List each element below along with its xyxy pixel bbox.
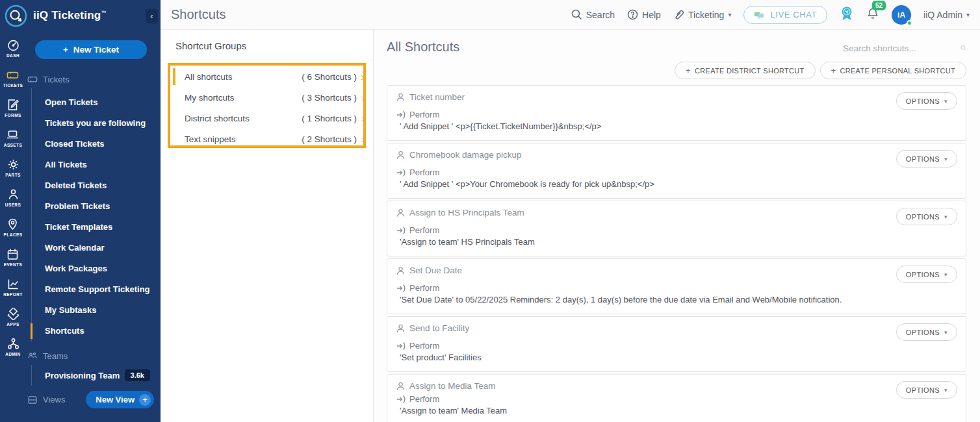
- shortcut-card-assign-hs-principals: Assign to HS Principals Team OPTIONS▾ Pe…: [387, 201, 966, 256]
- views-icon: [27, 395, 38, 405]
- chevron-down-icon: ▾: [966, 11, 970, 18]
- menu-item-remote-support-ticketing[interactable]: Remote Support Ticketing: [32, 279, 161, 300]
- ticket-small-icon: [27, 74, 38, 84]
- live-chat-button[interactable]: LIVE CHAT: [743, 6, 827, 24]
- perform-arrow-icon: [396, 341, 406, 351]
- group-row-district-shortcuts[interactable]: District shortcuts ( 1 Shortcuts ) ›: [161, 108, 373, 129]
- options-button[interactable]: OPTIONS▾: [896, 208, 957, 225]
- sidebar-item-provisioning-team[interactable]: Provisioning Team 3.6k: [31, 365, 161, 386]
- person-icon: [396, 382, 405, 391]
- rail-item-admin[interactable]: ADMIN: [5, 338, 20, 356]
- search-shortcuts-input[interactable]: [843, 43, 958, 53]
- menu-item-all-tickets[interactable]: All Tickets: [32, 155, 161, 175]
- chevron-down-icon: ▾: [944, 387, 948, 393]
- award-ribbon-icon[interactable]: [840, 6, 854, 23]
- chevron-down-icon: ▾: [944, 214, 948, 220]
- tickets-menu-list: Open Tickets Tickets you are following C…: [31, 88, 161, 341]
- options-button[interactable]: OPTIONS▾: [896, 323, 957, 341]
- person-icon: [396, 93, 405, 102]
- gear-icon: [7, 158, 19, 171]
- rail-item-parts[interactable]: PARTS: [5, 158, 21, 177]
- shortcut-card-chromebook-damage-pickup: Chromebook damage pickup OPTIONS▾ Perfor…: [387, 143, 966, 199]
- shortcut-card-set-due-date: Set Due Date OPTIONS▾ Perform 'Set Due D…: [387, 258, 966, 314]
- perform-arrow-icon: [396, 110, 406, 119]
- group-row-my-shortcuts[interactable]: My shortcuts ( 3 Shortcuts ) ›: [161, 87, 373, 108]
- rail-item-tickets[interactable]: TICKETS: [3, 69, 23, 88]
- options-button[interactable]: OPTIONS▾: [896, 92, 957, 110]
- shortcut-groups-list: All shortcuts ( 6 Shortcuts ) › My short…: [161, 60, 373, 149]
- map-pin-icon: [6, 218, 19, 230]
- menu-item-work-calendar[interactable]: Work Calendar: [32, 238, 161, 258]
- chevron-down-icon: ▾: [944, 271, 948, 278]
- person-icon: [396, 151, 405, 160]
- shortcut-detail: ' Add Snippet ' <p>Your Chromebook is re…: [396, 179, 957, 189]
- tickets-section-header: Tickets: [27, 74, 161, 84]
- help-menu-item[interactable]: Help: [627, 9, 661, 20]
- menu-item-closed-tickets[interactable]: Closed Tickets: [32, 134, 161, 155]
- shortcut-name: Assign to HS Principals Team: [409, 208, 524, 217]
- perform-arrow-icon: [396, 284, 406, 293]
- group-row-text-snippets[interactable]: Text snippets ( 2 Shortcuts ) ›: [161, 129, 373, 149]
- menu-item-open-tickets[interactable]: Open Tickets: [32, 92, 161, 113]
- rail-item-forms[interactable]: FORMS: [5, 99, 21, 118]
- menu-item-deleted-tickets[interactable]: Deleted Tickets: [32, 175, 161, 196]
- create-personal-shortcut-button[interactable]: + CREATE PERSONAL SHORTCUT: [820, 62, 966, 79]
- new-ticket-button[interactable]: + New Ticket: [35, 40, 147, 59]
- notifications-bell-button[interactable]: 52: [866, 7, 879, 22]
- chevron-right-icon: ›: [359, 92, 367, 103]
- plus-icon: +: [139, 394, 151, 406]
- chart-icon: [7, 278, 19, 290]
- sidebar-collapse-button[interactable]: ‹: [146, 8, 158, 23]
- chevron-right-icon: ›: [359, 113, 367, 124]
- create-buttons-row: + CREATE DISTRICT SHORTCUT + CREATE PERS…: [387, 62, 966, 79]
- teams-section-header: Teams: [27, 351, 161, 361]
- chevron-down-icon: ▾: [944, 156, 948, 162]
- shortcut-name: Assign to Media Team: [409, 381, 496, 391]
- search-icon: [571, 9, 582, 20]
- form-pencil-icon: [6, 99, 19, 111]
- icon-rail: DASH TICKETS FORMS ASSETS PARTS: [0, 31, 26, 422]
- options-button[interactable]: OPTIONS▾: [896, 150, 957, 168]
- search-menu-item[interactable]: Search: [571, 9, 615, 20]
- rail-item-users[interactable]: USERS: [5, 188, 21, 207]
- sidebar-body: DASH TICKETS FORMS ASSETS PARTS: [0, 31, 161, 422]
- help-icon: [627, 9, 638, 20]
- menu-item-work-packages[interactable]: Work Packages: [32, 258, 161, 279]
- plus-icon: +: [686, 66, 691, 75]
- menu-item-tickets-following[interactable]: Tickets you are following: [32, 113, 161, 134]
- shortcut-detail: ' Add Snippet ' <p>{{Ticket.TicketNumber…: [396, 121, 957, 131]
- menu-item-ticket-templates[interactable]: Ticket Templates: [32, 217, 161, 238]
- rail-item-report[interactable]: REPORT: [3, 278, 23, 297]
- create-district-shortcut-button[interactable]: + CREATE DISTRICT SHORTCUT: [675, 62, 815, 79]
- group-row-all-shortcuts[interactable]: All shortcuts ( 6 Shortcuts ) ›: [161, 66, 373, 87]
- options-button[interactable]: OPTIONS▾: [896, 381, 957, 399]
- rail-item-dash[interactable]: DASH: [6, 39, 19, 58]
- options-button[interactable]: OPTIONS▾: [896, 266, 957, 283]
- menu-item-shortcuts[interactable]: Shortcuts: [32, 321, 161, 341]
- rail-item-events[interactable]: EVENTS: [4, 248, 22, 267]
- new-view-button[interactable]: New View +: [86, 391, 154, 408]
- sidebar-menu: + New Ticket Tickets Open Tickets Ticket…: [26, 31, 161, 422]
- search-icon[interactable]: [961, 43, 966, 53]
- rail-item-places[interactable]: PLACES: [4, 218, 23, 237]
- sidebar-header: iiQ Ticketing™ ‹: [0, 0, 161, 31]
- user-menu[interactable]: iiQ Admin ▾: [923, 10, 970, 20]
- teams-icon: [27, 351, 38, 361]
- menu-item-problem-tickets[interactable]: Problem Tickets: [32, 196, 161, 217]
- perform-arrow-icon: [396, 226, 406, 235]
- dashboard-gauge-icon: [7, 39, 19, 51]
- ticketing-menu-item[interactable]: Ticketing ▾: [673, 9, 732, 20]
- views-label[interactable]: Views: [27, 395, 65, 405]
- menu-item-my-subtasks[interactable]: My Subtasks: [32, 300, 161, 321]
- rail-item-apps[interactable]: APPS: [6, 308, 19, 327]
- shortcut-name: Chromebook damage pickup: [409, 150, 522, 160]
- shortcut-search: [843, 43, 966, 53]
- org-chart-icon: [7, 338, 19, 350]
- avatar[interactable]: iA: [892, 5, 911, 25]
- page-title: Shortcuts: [171, 7, 226, 22]
- ticket-icon: [6, 69, 19, 81]
- main-area: Shortcuts Search Help Ticketing ▾ LI: [161, 0, 980, 422]
- apps-icon: [7, 308, 19, 320]
- person-icon: [396, 324, 405, 333]
- rail-item-assets[interactable]: ASSETS: [4, 129, 22, 147]
